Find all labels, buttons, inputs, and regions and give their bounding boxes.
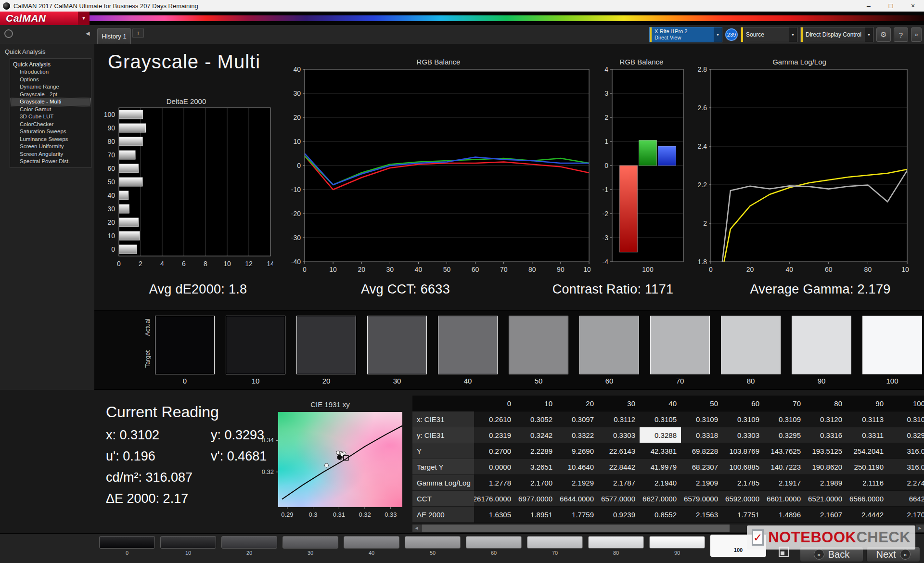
pattern-swatch-40[interactable]: 40 [344, 536, 399, 556]
sidebar-item-spectral-power-dist-[interactable]: Spectral Power Dist. [11, 158, 90, 166]
sidebar-item-luminance-sweeps[interactable]: Luminance Sweeps [11, 136, 90, 143]
table-cell[interactable]: 0.2319 [474, 427, 515, 443]
sidebar-item-screen-angularity[interactable]: Screen Angularity [11, 151, 90, 158]
table-cell[interactable]: 2.1787 [598, 475, 640, 491]
table-cell[interactable]: 1.4896 [764, 507, 805, 523]
pattern-swatch-90[interactable]: 90 [649, 536, 705, 556]
pattern-swatch-color-80[interactable] [588, 536, 644, 549]
table-cell[interactable]: 6521.0000 [805, 491, 847, 507]
sidebar-item-dynamic-range[interactable]: Dynamic Range [11, 83, 90, 91]
table-cell[interactable]: 6579.0000 [681, 491, 722, 507]
table-cell[interactable]: 100.6885 [722, 459, 764, 475]
sidebar-item-introduction[interactable]: Introduction [11, 68, 90, 76]
gear-icon[interactable]: ⚙ [876, 27, 891, 42]
table-cell[interactable]: 0.3097 [557, 411, 598, 427]
table-cell[interactable]: 6566.0000 [847, 491, 888, 507]
table-cell[interactable]: 1.7759 [557, 507, 598, 523]
table-cell[interactable]: 2.1116 [847, 475, 888, 491]
table-cell[interactable]: 0.3109 [681, 411, 722, 427]
sidebar-item-grayscale-2pt[interactable]: Grayscale - 2pt [11, 91, 90, 99]
sidebar-root-quick-analysis[interactable]: Quick Analysis [11, 61, 90, 68]
table-cell[interactable]: 41.9979 [640, 459, 681, 475]
chevron-down-icon[interactable]: ▼ [78, 12, 90, 25]
table-cell[interactable]: 2.4442 [847, 507, 888, 523]
help-icon[interactable]: ? [894, 27, 908, 42]
scroll-right-icon[interactable]: ▶ [916, 525, 924, 532]
table-cell[interactable]: 2.1700 [515, 475, 557, 491]
table-cell[interactable]: 3.2651 [515, 459, 557, 475]
table-cell[interactable]: 2.1785 [722, 475, 764, 491]
pattern-swatch-color-40[interactable] [344, 536, 399, 549]
table-cell[interactable]: 140.7223 [764, 459, 805, 475]
pattern-swatch-70[interactable]: 70 [527, 536, 583, 556]
pattern-swatch-color-70[interactable] [527, 536, 583, 549]
table-cell[interactable]: 0.3109 [764, 411, 805, 427]
table-cell[interactable]: 0.3288 [640, 427, 681, 443]
table-cell[interactable]: 1.8951 [515, 507, 557, 523]
table-cell[interactable]: 103.8769 [722, 443, 764, 459]
table-cell[interactable]: 6577.0000 [598, 491, 640, 507]
pattern-swatch-20[interactable]: 20 [221, 536, 277, 556]
table-cell[interactable]: 0.0000 [474, 459, 515, 475]
scrollbar-thumb[interactable] [422, 525, 730, 532]
table-cell[interactable]: 0.3113 [847, 411, 888, 427]
new-tab-button[interactable]: + [132, 28, 144, 38]
table-cell[interactable]: 2.1929 [557, 475, 598, 491]
table-cell[interactable]: 0.3303 [722, 427, 764, 443]
collapse-sidebar-icon[interactable]: ◀ [86, 30, 90, 37]
scroll-left-icon[interactable]: ◀ [412, 525, 421, 532]
table-cell[interactable]: 2.1607 [805, 507, 847, 523]
display-control-dropdown[interactable]: Direct Display Control ▾ [800, 27, 873, 42]
table-cell[interactable]: 6601.0000 [764, 491, 805, 507]
table-cell[interactable]: 2.1563 [681, 507, 722, 523]
table-cell[interactable]: 9.2690 [557, 443, 598, 459]
sidebar-item-saturation-sweeps[interactable]: Saturation Sweeps [11, 128, 90, 136]
table-cell[interactable]: 6627.0000 [640, 491, 681, 507]
table-cell[interactable]: 0.8552 [640, 507, 681, 523]
table-cell[interactable]: 2.1940 [640, 475, 681, 491]
table-cell[interactable]: 0.329 [888, 427, 924, 443]
table-cell[interactable]: 2.1909 [681, 475, 722, 491]
table-cell[interactable]: 0.3303 [598, 427, 640, 443]
pattern-swatch-80[interactable]: 80 [588, 536, 644, 556]
table-cell[interactable]: 316.0 [888, 459, 924, 475]
table-cell[interactable]: 0.2700 [474, 443, 515, 459]
table-cell[interactable]: 0.2610 [474, 411, 515, 427]
table-cell[interactable]: 69.8228 [681, 443, 722, 459]
pattern-swatch-0[interactable]: 0 [99, 536, 155, 556]
table-cell[interactable]: 0.3242 [515, 427, 557, 443]
sidebar-item-options[interactable]: Options [11, 76, 90, 84]
table-cell[interactable]: 6977.0000 [515, 491, 557, 507]
table-cell[interactable]: 0.3112 [598, 411, 640, 427]
pattern-swatch-color-90[interactable] [649, 536, 705, 549]
close-button[interactable]: × [902, 0, 924, 12]
sidebar-item-colorchecker[interactable]: ColorChecker [11, 121, 90, 128]
table-cell[interactable]: 0.3105 [640, 411, 681, 427]
table-cell[interactable]: 2.170 [888, 507, 924, 523]
pattern-swatch-color-20[interactable] [221, 536, 277, 549]
pattern-swatch-60[interactable]: 60 [466, 536, 522, 556]
table-cell[interactable]: 0.3316 [805, 427, 847, 443]
pattern-swatch-10[interactable]: 10 [160, 536, 216, 556]
tab-history-1[interactable]: History 1 [97, 28, 131, 44]
table-cell[interactable]: 1.2778 [474, 475, 515, 491]
table-cell[interactable]: 0.3052 [515, 411, 557, 427]
table-cell[interactable]: 68.2307 [681, 459, 722, 475]
collapse-panel-icon[interactable]: » [911, 27, 922, 42]
chevron-down-icon[interactable]: ▾ [865, 27, 873, 42]
table-cell[interactable]: 0.3311 [847, 427, 888, 443]
pattern-swatch-color-0[interactable] [99, 536, 155, 549]
sidebar-item-grayscale-multi[interactable]: Grayscale - Multi [11, 98, 90, 106]
table-cell[interactable]: 6592.0000 [722, 491, 764, 507]
table-cell[interactable]: 2.2289 [515, 443, 557, 459]
table-cell[interactable]: 2.274 [888, 475, 924, 491]
table-cell[interactable]: 0.3120 [805, 411, 847, 427]
table-cell[interactable]: 254.2041 [847, 443, 888, 459]
table-cell[interactable]: 42.3381 [640, 443, 681, 459]
pattern-swatch-color-50[interactable] [405, 536, 461, 549]
table-cell[interactable]: 0.9239 [598, 507, 640, 523]
table-cell[interactable]: 1.6305 [474, 507, 515, 523]
table-cell[interactable]: 0.3322 [557, 427, 598, 443]
source-dropdown[interactable]: Source ▾ [741, 27, 797, 42]
table-cell[interactable]: 0.3109 [722, 411, 764, 427]
